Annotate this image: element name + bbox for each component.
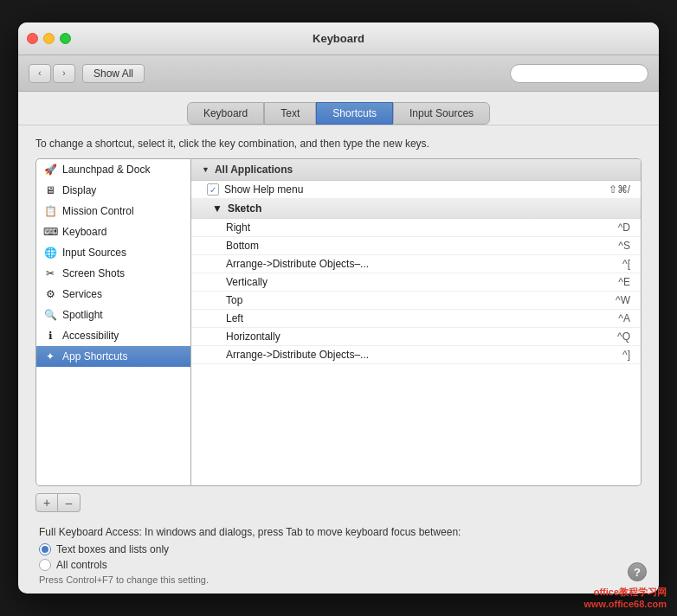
help-button[interactable]: ? (628, 562, 647, 581)
accessibility-icon: ℹ (43, 329, 57, 343)
sketch-triangle: ▼ (212, 202, 222, 215)
screen-shots-icon: ✂ (43, 266, 57, 280)
content-area: To change a shortcut, select it, click t… (18, 125, 659, 594)
tab-keyboard[interactable]: Keyboard (187, 102, 264, 125)
spotlight-icon: 🔍 (43, 308, 57, 322)
sketch-item-arrange-1[interactable]: Arrange->Distribute Objects–... ^[ (191, 255, 641, 273)
watermark: office教程学习网 www.office68.com (584, 586, 667, 609)
sketch-item-vertically[interactable]: Vertically ^E (191, 273, 641, 292)
sidebar-item-mission-control[interactable]: 📋 Mission Control (36, 201, 190, 221)
shortcuts-panel: ▼ All Applications ✓ Show Help menu ⇧⌘/ … (191, 158, 642, 486)
sidebar-item-launchpad[interactable]: 🚀 Launchpad & Dock (36, 159, 190, 180)
sketch-item-horizontally[interactable]: Horizontally ^Q (191, 328, 641, 346)
search-input[interactable] (510, 64, 648, 83)
sketch-header[interactable]: ▼ Sketch (191, 199, 641, 219)
launchpad-icon: 🚀 (43, 163, 57, 176)
tabs: Keyboard Text Shortcuts Input Sources (187, 102, 490, 125)
main-window: Keyboard ‹ › Show All Keyboard Text Shor… (18, 22, 659, 594)
fka-title: Full Keyboard Access: In windows and dia… (39, 526, 638, 538)
show-help-menu-row[interactable]: ✓ Show Help menu ⇧⌘/ (191, 181, 641, 199)
maximize-button[interactable] (60, 33, 71, 44)
sketch-item-top[interactable]: Top ^W (191, 292, 641, 310)
sketch-item-left[interactable]: Left ^A (191, 310, 641, 328)
fka-section: Full Keyboard Access: In windows and dia… (35, 526, 642, 585)
sidebar-item-screen-shots[interactable]: ✂ Screen Shots (36, 263, 190, 284)
fka-option1[interactable]: Text boxes and lists only (39, 543, 638, 555)
traffic-lights (27, 33, 71, 44)
instruction-text: To change a shortcut, select it, click t… (35, 138, 642, 150)
sidebar-item-app-shortcuts[interactable]: ✦ App Shortcuts (36, 346, 190, 367)
sidebar-item-keyboard[interactable]: ⌨ Keyboard (36, 221, 190, 242)
sidebar-item-accessibility[interactable]: ℹ Accessibility (36, 325, 190, 346)
keyboard-icon: ⌨ (43, 225, 57, 239)
main-panel: 🚀 Launchpad & Dock 🖥 Display 📋 Mission C… (35, 158, 642, 486)
bottom-controls: + – Full Keyboard Access: In windows and… (35, 493, 642, 585)
toolbar: ‹ › Show All (18, 55, 659, 92)
app-shortcuts-icon: ✦ (43, 350, 57, 363)
fka-radio2[interactable] (39, 559, 51, 571)
sidebar-item-spotlight[interactable]: 🔍 Spotlight (36, 305, 190, 325)
back-button[interactable]: ‹ (29, 64, 51, 83)
sidebar: 🚀 Launchpad & Dock 🖥 Display 📋 Mission C… (35, 158, 191, 486)
minimize-button[interactable] (43, 33, 55, 44)
fka-radio1-dot (42, 546, 48, 553)
add-remove-buttons: + – (35, 493, 642, 512)
titlebar: Keyboard (18, 22, 659, 55)
add-shortcut-button[interactable]: + (35, 493, 58, 512)
fka-option2[interactable]: All controls (39, 559, 638, 571)
nav-buttons: ‹ › (29, 64, 75, 83)
tab-shortcuts[interactable]: Shortcuts (316, 102, 393, 125)
services-icon: ⚙ (43, 287, 57, 301)
sketch-item-right[interactable]: Right ^D (191, 219, 641, 237)
forward-button[interactable]: › (53, 64, 75, 83)
tabs-area: Keyboard Text Shortcuts Input Sources (18, 92, 659, 125)
tab-text[interactable]: Text (264, 102, 316, 125)
sidebar-item-input-sources[interactable]: 🌐 Input Sources (36, 242, 190, 263)
show-all-button[interactable]: Show All (82, 64, 145, 83)
fka-hint: Press Control+F7 to change this setting. (39, 574, 638, 585)
remove-shortcut-button[interactable]: – (58, 493, 81, 512)
all-applications-header[interactable]: ▼ All Applications (191, 159, 641, 181)
mission-control-icon: 📋 (43, 204, 57, 218)
tab-input-sources[interactable]: Input Sources (393, 102, 490, 125)
display-icon: 🖥 (43, 183, 57, 197)
sketch-item-bottom[interactable]: Bottom ^S (191, 237, 641, 255)
window-title: Keyboard (313, 32, 364, 45)
input-sources-icon: 🌐 (43, 246, 57, 260)
sketch-item-arrange-2[interactable]: Arrange->Distribute Objects–... ^] (191, 346, 641, 364)
sidebar-item-services[interactable]: ⚙ Services (36, 284, 190, 305)
close-button[interactable] (27, 33, 38, 44)
fka-radio1[interactable] (39, 543, 51, 555)
sidebar-item-display[interactable]: 🖥 Display (36, 180, 190, 201)
collapse-triangle: ▼ (202, 165, 210, 174)
show-help-menu-checkbox[interactable]: ✓ (207, 183, 219, 196)
